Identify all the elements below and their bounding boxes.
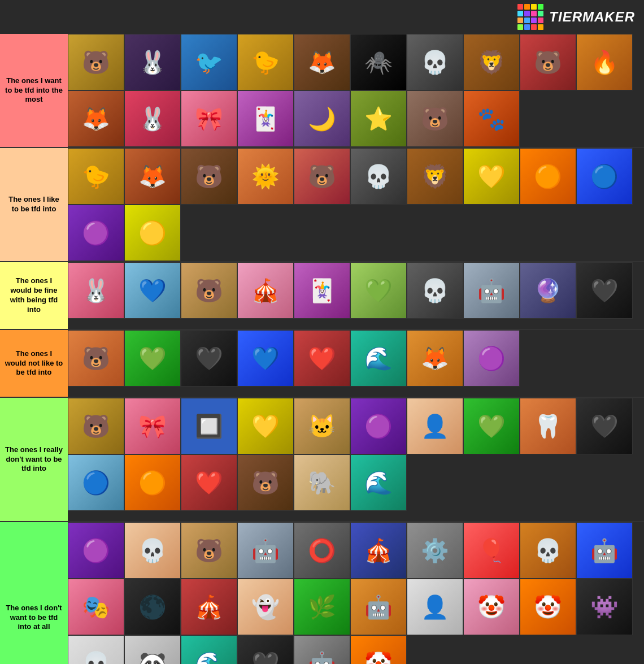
list-item: 🖤	[576, 398, 633, 454]
tier-label-e: The ones I don't want to be tfd into at …	[0, 522, 68, 664]
list-item: 🐰	[124, 34, 181, 90]
list-item: 💀	[407, 262, 463, 319]
list-item: 💀	[68, 635, 124, 664]
tier-label-b: The ones I would be fine with being tfd …	[0, 262, 68, 329]
list-item: 🤖	[350, 579, 407, 635]
list-item: 🌙	[294, 90, 350, 147]
list-item: 🔵	[68, 454, 124, 511]
list-item: 🐼	[124, 635, 181, 664]
list-item: 🟣	[68, 205, 124, 261]
list-item: 🐱	[294, 398, 350, 454]
list-item: 💀	[520, 522, 576, 579]
tier-label-d: The ones I really don't want to be tfd i…	[0, 398, 68, 521]
tier-list: TiERMAKER The ones I want to be tfd into…	[0, 0, 644, 664]
list-item: 🐻	[407, 90, 463, 147]
list-item: 💛	[237, 398, 294, 454]
list-item: 🎭	[68, 579, 124, 635]
tier-content-a: 🐤 🦊 🐻 🌞 🐻 💀 🦁 💛 🟠 🔵 🟣 🟡	[68, 148, 644, 261]
list-item: 🤖	[576, 522, 633, 579]
tier-row-b: The ones I would be fine with being tfd …	[0, 262, 644, 330]
list-item: 👾	[576, 579, 633, 635]
list-item: 🐻	[181, 148, 237, 205]
list-item: 🐘	[294, 454, 350, 511]
list-item: 🎪	[237, 262, 294, 319]
list-item: 🕷️	[350, 34, 407, 90]
list-item: 🐻	[68, 330, 124, 387]
list-item: 🐰	[124, 90, 181, 147]
list-item: 💛	[463, 148, 520, 205]
tiermaker-logo: TiERMAKER	[517, 4, 635, 30]
list-item: 🎪	[181, 579, 237, 635]
logo-grid	[517, 4, 543, 30]
list-item: 🐻	[237, 454, 294, 511]
list-item: 🎪	[350, 522, 407, 579]
tier-content-s: 🐻 🐰 🐦 🐤 🦊 🕷️ 💀 🦁 🐻 🔥 🦊 🐰 🎀 🃏 🌙 ⭐ 🐻 🐾	[68, 34, 644, 147]
list-item: 🟠	[520, 148, 576, 205]
list-item: ⚙️	[407, 522, 463, 579]
list-item: 🔵	[576, 148, 633, 205]
list-item: 💙	[124, 262, 181, 319]
tier-row-a: The ones I like to be tfd into 🐤 🦊 🐻 🌞 🐻…	[0, 148, 644, 262]
tier-label-s: The ones I want to be tfd into the most	[0, 34, 68, 147]
list-item: 🤖	[294, 635, 350, 664]
list-item: 🐤	[237, 34, 294, 90]
list-item: 🤖	[463, 262, 520, 319]
list-item: 🔥	[576, 34, 633, 90]
tier-content-d: 🐻 🎀 🔲 💛 🐱 🟣 👤 💚 🦷 🖤 🔵 🟠 ❤️ 🐻 🐘 🌊	[68, 398, 644, 521]
list-item: 🦊	[407, 330, 463, 387]
list-item: 🌿	[294, 579, 350, 635]
list-item: ❤️	[181, 454, 237, 511]
list-item: 🐻	[181, 262, 237, 319]
list-item: 👻	[237, 579, 294, 635]
list-item: 🎀	[124, 398, 181, 454]
tier-row-s: The ones I want to be tfd into the most …	[0, 34, 644, 148]
list-item: 💚	[124, 330, 181, 387]
list-item: 👤	[407, 398, 463, 454]
list-item: 🌊	[350, 330, 407, 387]
list-item: 🐤	[68, 148, 124, 205]
list-item: 🐻	[68, 398, 124, 454]
tier-row-c: The ones I would not like to be tfd into…	[0, 330, 644, 398]
list-item: 🔲	[181, 398, 237, 454]
list-item: 💙	[237, 330, 294, 387]
list-item: 🎈	[463, 522, 520, 579]
tier-label-c: The ones I would not like to be tfd into	[0, 330, 68, 397]
list-item: ⭐	[350, 90, 407, 147]
list-item: 🤡	[463, 579, 520, 635]
tier-content-b: 🐰 💙 🐻 🎪 🃏 💚 💀 🤖 🔮 🖤	[68, 262, 644, 329]
list-item: 🦊	[294, 34, 350, 90]
tier-label-a: The ones I like to be tfd into	[0, 148, 68, 261]
list-item: 💀	[407, 34, 463, 90]
list-item: 👤	[407, 579, 463, 635]
list-item: 🃏	[294, 262, 350, 319]
list-item: 🤡	[350, 635, 407, 664]
list-item: 🟣	[68, 522, 124, 579]
header: TiERMAKER	[0, 0, 644, 34]
tier-row-d: The ones I really don't want to be tfd i…	[0, 398, 644, 522]
list-item: 🌊	[350, 454, 407, 511]
tier-content-e: 🟣 💀 🐻 🤖 ⭕ 🎪 ⚙️ 🎈 💀 🤖 🎭 🌑 🎪 👻 🌿 🤖 👤 🤡 🤡 👾…	[68, 522, 644, 664]
list-item: 🟣	[350, 398, 407, 454]
list-item: 🌊	[181, 635, 237, 664]
list-item: 💚	[350, 262, 407, 319]
list-item: 💀	[124, 522, 181, 579]
list-item: 🖤	[576, 262, 633, 319]
list-item: 🟠	[124, 454, 181, 511]
list-item: 🎀	[181, 90, 237, 147]
list-item: 🐰	[68, 262, 124, 319]
list-item: 🃏	[237, 90, 294, 147]
list-item: 🦁	[407, 148, 463, 205]
list-item: 🦊	[124, 148, 181, 205]
list-item: 🦊	[68, 90, 124, 147]
list-item: 🐦	[181, 34, 237, 90]
list-item: 🐻	[520, 34, 576, 90]
list-item: 🌑	[124, 579, 181, 635]
tiermaker-text: TiERMAKER	[549, 9, 635, 25]
list-item: 💚	[463, 398, 520, 454]
list-item: 🦁	[463, 34, 520, 90]
tier-content-c: 🐻 💚 🖤 💙 ❤️ 🌊 🦊 🟣	[68, 330, 644, 397]
tier-row-e: The ones I don't want to be tfd into at …	[0, 522, 644, 664]
list-item: 🦷	[520, 398, 576, 454]
list-item: 🟡	[124, 205, 181, 261]
list-item: ❤️	[294, 330, 350, 387]
